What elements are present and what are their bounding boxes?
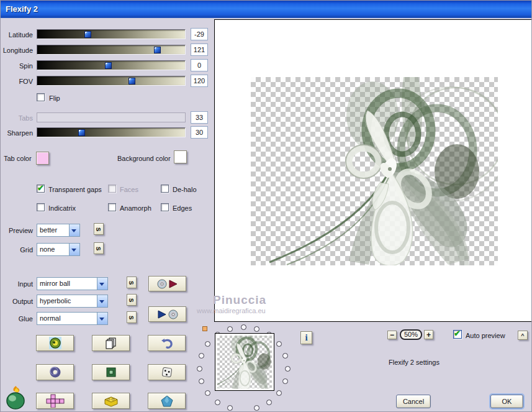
cancel-button-label: Cancel <box>403 398 424 405</box>
ring-dot <box>199 353 204 359</box>
ring-dot <box>276 390 282 396</box>
ring-dot <box>282 353 288 359</box>
pentagon-gem-icon <box>161 395 173 407</box>
de-halo-checkbox[interactable] <box>161 185 169 193</box>
chevron-down-icon[interactable] <box>69 224 79 236</box>
fov-slider[interactable] <box>37 76 186 86</box>
info-icon: i <box>305 332 307 343</box>
input-dropdown[interactable]: mirror ball <box>37 277 108 290</box>
latitude-value[interactable]: -29 <box>191 28 208 40</box>
input-seed-button[interactable]: s <box>127 277 137 288</box>
cancel-button[interactable]: Cancel <box>396 395 431 408</box>
info-button[interactable]: i <box>300 331 312 344</box>
glue-spot-handle[interactable] <box>202 326 207 331</box>
background-color-swatch[interactable] <box>174 150 187 163</box>
undo-button[interactable] <box>148 335 186 351</box>
spin-value[interactable]: 0 <box>191 59 208 71</box>
anamorph-checkbox[interactable] <box>108 203 116 211</box>
flip-checkbox[interactable] <box>37 93 45 101</box>
longitude-label: Longitude <box>1 46 33 55</box>
longitude-slider[interactable] <box>37 45 186 55</box>
spin-slider-thumb[interactable] <box>105 62 112 69</box>
latitude-slider-thumb[interactable] <box>84 31 91 38</box>
auto-preview-checkbox[interactable]: ✔ <box>453 330 462 339</box>
status-text: Flexify 2 settings <box>389 359 440 366</box>
grid-dropdown[interactable]: none <box>37 243 80 256</box>
save-settings-button[interactable] <box>148 306 186 322</box>
gem-button[interactable] <box>148 393 186 409</box>
cube-net-button[interactable] <box>36 393 74 409</box>
transparency-checkerboard <box>251 77 498 265</box>
check-icon: ✔ <box>37 183 44 193</box>
load-settings-button[interactable] <box>148 276 186 291</box>
grid-dropdown-label: Grid <box>1 245 33 254</box>
preview-dropdown[interactable]: better <box>37 224 80 237</box>
thumbnail-image <box>217 336 273 389</box>
lego-brick-icon <box>104 395 119 407</box>
output-seed-button[interactable]: s <box>127 294 137 306</box>
ring-dot <box>205 341 210 347</box>
minus-icon: − <box>390 332 394 338</box>
edges-checkbox[interactable] <box>161 203 169 211</box>
collapse-button[interactable]: ^ <box>518 331 528 340</box>
window-title: Flexify 2 <box>6 4 38 14</box>
output-dropdown-label: Output <box>1 297 33 306</box>
copy-settings-button[interactable] <box>92 335 130 351</box>
grid-seed-button[interactable]: s <box>94 242 104 254</box>
seed-icon: s <box>94 227 103 231</box>
chevron-down-icon[interactable] <box>97 278 107 290</box>
plus-icon: + <box>426 332 431 338</box>
green-frame-icon <box>106 367 117 378</box>
chevron-down-icon[interactable] <box>97 313 107 324</box>
preview-canvas[interactable] <box>214 19 532 322</box>
lego-button[interactable] <box>92 393 130 409</box>
zoom-in-button[interactable]: + <box>424 330 433 339</box>
ring-dot <box>276 341 282 347</box>
sharpen-value[interactable]: 30 <box>191 126 208 139</box>
torus-button[interactable] <box>36 364 74 380</box>
output-dropdown-value: hyperbolic <box>40 297 71 304</box>
edges-label: Edges <box>173 204 192 213</box>
logo-button[interactable] <box>36 335 74 351</box>
ring-dot <box>254 405 259 411</box>
chevron-down-icon[interactable] <box>69 244 79 255</box>
input-dropdown-label: Input <box>1 280 33 288</box>
output-dropdown[interactable]: hyperbolic <box>37 295 108 308</box>
preview-dropdown-value: better <box>40 226 57 234</box>
tabs-value[interactable]: 33 <box>191 111 208 124</box>
dice-button[interactable] <box>148 364 186 380</box>
flaming-pear-logo <box>5 386 27 411</box>
ring-dot <box>205 390 210 396</box>
longitude-slider-thumb[interactable] <box>154 47 161 53</box>
title-bar[interactable]: Flexify 2 <box>1 1 532 18</box>
longitude-value[interactable]: 121 <box>191 43 208 56</box>
ok-button[interactable]: OK <box>490 395 523 408</box>
preview-dropdown-label: Preview <box>1 226 33 235</box>
faces-checkbox <box>108 185 116 193</box>
glue-dropdown[interactable]: normal <box>37 312 108 325</box>
latitude-slider[interactable] <box>37 29 186 39</box>
chevron-down-icon[interactable] <box>97 295 107 307</box>
sharpen-slider-thumb[interactable] <box>78 129 85 136</box>
glue-seed-button[interactable]: s <box>127 311 137 323</box>
tabs-slider <box>37 112 186 122</box>
preview-seed-button[interactable]: s <box>94 223 104 235</box>
flip-label: Flip <box>49 94 60 103</box>
glue-dropdown-label: Glue <box>1 314 33 323</box>
latitude-label: Latitude <box>1 30 33 39</box>
watermark-url: www.maidiregrafica.eu <box>197 307 266 314</box>
cube-net-icon <box>46 394 65 408</box>
ring-dot <box>227 326 233 332</box>
fov-value[interactable]: 120 <box>191 75 208 87</box>
background-color-label: Background color <box>117 154 171 163</box>
fov-slider-thumb[interactable] <box>128 78 135 85</box>
ring-dot <box>285 366 291 372</box>
zoom-out-button[interactable]: − <box>387 331 397 339</box>
tab-color-swatch[interactable] <box>36 152 49 165</box>
frame-button[interactable] <box>92 364 130 380</box>
spin-slider[interactable] <box>37 60 186 70</box>
sharpen-slider[interactable] <box>37 127 186 137</box>
thumbnail-preview[interactable] <box>215 333 274 391</box>
transparent-gaps-checkbox[interactable]: ✔ <box>37 185 45 193</box>
indicatrix-checkbox[interactable] <box>37 203 45 211</box>
